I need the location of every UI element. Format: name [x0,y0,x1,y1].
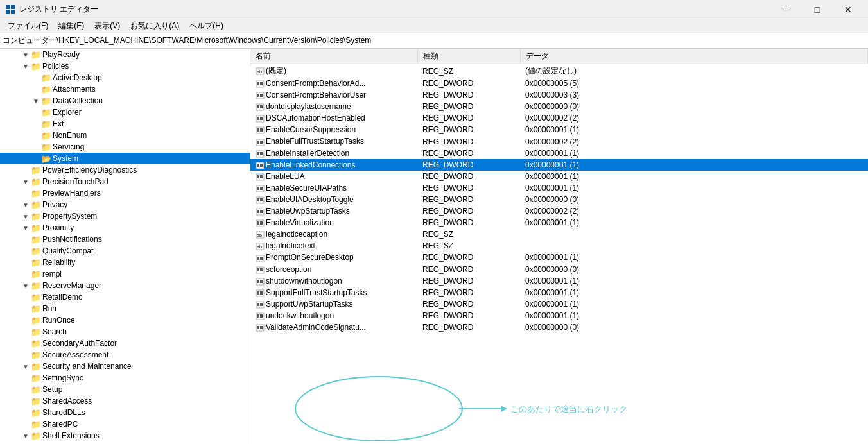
table-row[interactable]: EnableUIADesktopToggleREG_DWORD0x0000000… [250,194,868,205]
entry-name: EnableVirtualization [250,217,417,228]
entry-type: REG_DWORD [417,252,520,263]
tree-item[interactable]: ▼📁Security and Maintenance [0,361,250,372]
table-row[interactable]: EnableFullTrustStartupTasksREG_DWORD0x00… [250,135,868,147]
entry-name: EnableCursorSuppression [250,124,417,135]
menu-item-表示(V)[interactable]: 表示(V) [89,19,125,33]
tree-item[interactable]: 📁Reliability [0,257,250,268]
table-header-row: 名前 種類 データ [250,49,868,64]
tree-item[interactable]: 📁SettingSync [0,372,250,384]
tree-item[interactable]: 📁Ext [0,118,250,130]
tree-item[interactable]: 📁ActiveDesktop [0,72,250,83]
table-row[interactable]: ab(既定)REG_SZ(値の設定なし) [250,64,868,78]
tree-item[interactable]: 📁RetailDemo [0,291,250,303]
tree-item[interactable]: 📁PreviewHandlers [0,187,250,199]
tree-item[interactable]: ▼📁ReserveManager [0,280,250,291]
table-row[interactable]: ablegalnoticetextREG_SZ [250,240,868,252]
tree-item[interactable]: 📁QualityCompat [0,245,250,257]
table-row[interactable]: EnableLUAREG_DWORD0x00000001 (1) [250,171,868,182]
folder-icon: 📁 [31,293,41,302]
svg-rect-69 [260,326,263,329]
col-name[interactable]: 名前 [250,49,417,64]
table-row[interactable]: EnableVirtualizationREG_DWORD0x00000001 … [250,217,868,228]
tree-item[interactable]: 📁Attachments [0,83,250,95]
tree-item[interactable]: 📁SharedAccess [0,395,250,407]
tree-item[interactable]: 📁SecondaryAuthFactor [0,337,250,349]
table-row[interactable]: EnableCursorSuppressionREG_DWORD0x000000… [250,124,868,135]
folder-icon: 📁 [31,62,41,71]
entry-name-text: EnableInstallerDetection [266,149,349,158]
menu-item-ヘルプ(H)[interactable]: ヘルプ(H) [184,19,229,33]
tree-item[interactable]: ▼📁Proximity [0,222,250,234]
tree-panel[interactable]: ▼📁PlayReady▼📁Policies📁ActiveDesktop📁Atta… [0,49,250,444]
tree-item-label: RetailDemo [42,293,83,302]
svg-rect-11 [260,94,263,97]
entry-panel[interactable]: 名前 種類 データ ab(既定)REG_SZ(値の設定なし)ConsentPro… [250,49,868,444]
entry-data: 0x00000002 (2) [520,112,868,124]
tree-item[interactable]: 📁rempl [0,268,250,280]
table-row[interactable]: ConsentPromptBehaviorUserREG_DWORD0x0000… [250,89,868,101]
entry-type: REG_DWORD [417,171,520,182]
svg-point-70 [295,377,462,441]
tree-item[interactable]: ▼📁DataCollection [0,95,250,107]
table-row[interactable]: EnableLinkedConnectionsREG_DWORD0x000000… [250,159,868,171]
svg-rect-62 [257,303,259,306]
tree-item[interactable]: 📁PowerEfficiencyDiagnostics [0,164,250,176]
entry-data: 0x00000001 (1) [520,275,868,287]
table-row[interactable]: ConsentPromptBehaviorAd...REG_DWORD0x000… [250,78,868,89]
entry-name-text: undockwithoutlogon [266,311,334,320]
tree-item-label: Policies [42,62,69,71]
tree-item-label: PrecisionTouchPad [42,177,108,186]
tree-item[interactable]: 📁PushNotifications [0,234,250,245]
expand-icon: ▼ [31,98,41,105]
reg-dword-icon [256,312,265,320]
minimize-button[interactable]: ─ [772,0,801,19]
tree-item[interactable]: ▼📁PlayReady [0,49,250,60]
table-row[interactable]: SupportFullTrustStartupTasksREG_DWORD0x0… [250,287,868,298]
entry-type: REG_DWORD [417,310,520,321]
folder-icon: 📁 [31,339,41,348]
entry-name-text: EnableSecureUIAPaths [266,184,347,192]
tree-item[interactable]: 📁Servicing [0,141,250,153]
close-button[interactable]: ✕ [833,0,863,19]
entry-data: 0x00000001 (1) [520,217,868,228]
col-data[interactable]: データ [520,49,868,64]
svg-rect-66 [260,314,263,318]
table-row[interactable]: EnableSecureUIAPathsREG_DWORD0x00000001 … [250,182,868,194]
entry-type: REG_DWORD [417,298,520,310]
folder-icon: 📁 [41,119,51,129]
tree-item[interactable]: 📁Search [0,326,250,337]
tree-item[interactable]: 📁SharedDLLs [0,407,250,418]
entry-name-text: DSCAutomationHostEnabled [266,114,365,123]
tree-item[interactable]: 📁NonEnum [0,130,250,141]
tree-item[interactable]: ▼📁Shell Extensions [0,430,250,441]
tree-item[interactable]: ▼📁Policies [0,60,250,72]
table-row[interactable]: shutdownwithoutlogonREG_DWORD0x00000001 … [250,275,868,287]
maximize-button[interactable]: □ [803,0,832,19]
menu-item-編集(E)[interactable]: 編集(E) [53,19,89,33]
table-row[interactable]: ablegalnoticecaptionREG_SZ [250,228,868,240]
menu-item-お気に入り(A)[interactable]: お気に入り(A) [125,19,184,33]
svg-rect-40 [257,210,259,213]
tree-item[interactable]: 📁Explorer [0,107,250,118]
tree-item[interactable]: ▼📁Privacy [0,199,250,210]
tree-item[interactable]: 📁SharedPC [0,418,250,430]
table-row[interactable]: EnableUwpStartupTasksREG_DWORD0x00000002… [250,205,868,217]
table-row[interactable]: EnableInstallerDetectionREG_DWORD0x00000… [250,148,868,159]
tree-item[interactable]: 📁SecureAssessment [0,349,250,361]
table-row[interactable]: SupportUwpStartupTasksREG_DWORD0x0000000… [250,298,868,310]
table-row[interactable]: DSCAutomationHostEnabledREG_DWORD0x00000… [250,112,868,124]
tree-item[interactable]: 📁RunOnce [0,314,250,326]
folder-icon: 📁 [41,85,51,94]
tree-item[interactable]: ▼📁PrecisionTouchPad [0,176,250,187]
table-row[interactable]: scforceoptionREG_DWORD0x00000000 (0) [250,264,868,275]
table-row[interactable]: PromptOnSecureDesktopREG_DWORD0x00000001… [250,252,868,263]
tree-item[interactable]: 📂System [0,153,250,164]
table-row[interactable]: dontdisplaylastusernameREG_DWORD0x000000… [250,101,868,112]
menu-item-ファイル(F)[interactable]: ファイル(F) [3,19,53,33]
tree-item[interactable]: 📁Setup [0,384,250,395]
col-type[interactable]: 種類 [417,49,520,64]
table-row[interactable]: ValidateAdminCodeSignatu...REG_DWORD0x00… [250,321,868,333]
table-row[interactable]: undockwithoutlogonREG_DWORD0x00000001 (1… [250,310,868,321]
tree-item[interactable]: 📁Run [0,303,250,314]
tree-item[interactable]: ▼📁PropertySystem [0,210,250,222]
